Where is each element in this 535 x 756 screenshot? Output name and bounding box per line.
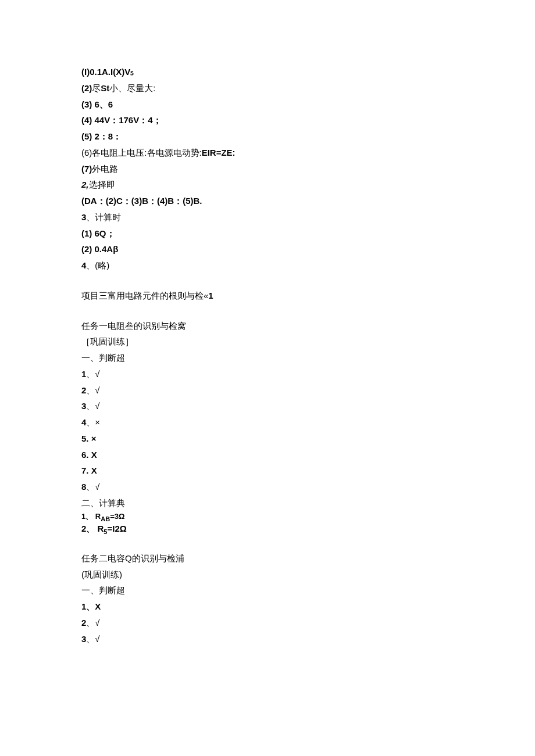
spacer-1 bbox=[81, 274, 459, 288]
judge-8-val: 、√ bbox=[86, 482, 99, 492]
calc-1: 1、 RAB=3Ω bbox=[81, 511, 459, 523]
calc-1-sub: AB bbox=[101, 515, 110, 522]
calc-2-a: 2、 R bbox=[81, 524, 104, 533]
spacer-2 bbox=[81, 304, 459, 318]
task-2-title: 任务二电容Q的识别与检浦 bbox=[81, 550, 459, 567]
judge-1: 1、√ bbox=[81, 366, 459, 382]
answer-block-1: (I)0.1A.I(X)V₅ (2)尽St小、尽量大: (3) 6、6 (4) … bbox=[81, 64, 459, 274]
line-7-prefix: (7) bbox=[81, 164, 92, 174]
line-2-t3: 小、尽量大: bbox=[109, 83, 155, 93]
line-2-t1: 尽 bbox=[92, 83, 101, 93]
judge-1-val: 、√ bbox=[86, 369, 99, 379]
line-7: (7)外电路 bbox=[81, 161, 459, 177]
judge-4-val: 、× bbox=[86, 417, 100, 427]
judge-5: 5. × bbox=[81, 431, 459, 447]
task-2-subtitle: (巩固训练) bbox=[81, 567, 459, 583]
task-1-heading-calc: 二、计算典 bbox=[81, 495, 459, 511]
judge-2-val: 、√ bbox=[86, 385, 99, 395]
judge-8: 8、√ bbox=[81, 479, 459, 495]
project-3-title-b: 1 bbox=[208, 291, 213, 300]
judge-6: 6. X bbox=[81, 447, 459, 463]
task-1-block: 任务一电阻叁的识别与检窝 ［巩固训练］ 一、判断超 1、√ 2、√ 3、√ 4、… bbox=[81, 318, 459, 536]
line-3: (3) 6、6 bbox=[81, 96, 459, 113]
judge2-1-val: 、X bbox=[86, 601, 101, 611]
line-12: (2) 0.4Aβ bbox=[81, 241, 459, 257]
line-6-eq: EIR=ZE: bbox=[202, 148, 236, 157]
line-7-text: 外电路 bbox=[92, 164, 118, 174]
judge-3-val: 、√ bbox=[86, 401, 99, 411]
line-5: (5) 2：8： bbox=[81, 128, 459, 145]
line-4: (4) 44V：176V：4； bbox=[81, 112, 459, 128]
line-6-prefix: (6) bbox=[81, 148, 92, 157]
line-10-text: 、计算时 bbox=[86, 212, 121, 222]
line-8-text: 选择即 bbox=[89, 180, 115, 189]
line-6: (6)各电阻上电压:各电源电动势:EIR=ZE: bbox=[81, 145, 459, 161]
line-8: 2,选择即 bbox=[81, 177, 459, 193]
task-2-heading-judge: 一、判断超 bbox=[81, 582, 459, 599]
calc-2: 2、 R5=I2Ω bbox=[81, 523, 459, 536]
task-1-subtitle: ［巩固训练］ bbox=[81, 334, 459, 350]
calc-1-b: =3Ω bbox=[110, 512, 124, 521]
task-2-block: 任务二电容Q的识别与检浦 (巩固训练) 一、判断超 1、X 2、√ 3、√ bbox=[81, 550, 459, 647]
judge2-2: 2、√ bbox=[81, 615, 459, 631]
judge-4: 4、× bbox=[81, 414, 459, 431]
line-10: 3、计算时 bbox=[81, 209, 459, 225]
judge-7: 7. X bbox=[81, 463, 459, 479]
line-2-t2: St bbox=[101, 83, 109, 93]
project-3-heading: 项目三富用电路元件的根则与检«1 bbox=[81, 288, 459, 304]
line-13: 4、(略) bbox=[81, 257, 459, 274]
task-1-heading-judge: 一、判断超 bbox=[81, 350, 459, 366]
judge2-3-val: 、√ bbox=[86, 634, 99, 644]
spacer-3 bbox=[81, 536, 459, 550]
line-2-prefix: (2) bbox=[81, 83, 92, 93]
project-3-title: 项目三富用电路元件的根则与检«1 bbox=[81, 288, 459, 304]
judge-3: 3、√ bbox=[81, 398, 459, 414]
judge2-3: 3、√ bbox=[81, 631, 459, 647]
judge-2: 2、√ bbox=[81, 382, 459, 399]
line-13-text: 、(略) bbox=[86, 260, 109, 270]
calc-1-a: 1、 R bbox=[81, 512, 101, 521]
line-2: (2)尽St小、尽量大: bbox=[81, 80, 459, 96]
judge2-2-val: 、√ bbox=[86, 618, 99, 628]
task-1-title: 任务一电阻叁的识别与检窝 bbox=[81, 318, 459, 334]
project-3-title-a: 项目三富用电路元件的根则与检« bbox=[81, 291, 208, 300]
line-1: (I)0.1A.I(X)V₅ bbox=[81, 64, 459, 80]
line-6-mid: 各电阻上电压:各电源电动势: bbox=[92, 148, 201, 157]
line-8-prefix: 2, bbox=[81, 180, 89, 189]
line-9: (DA：(2)C：(3)B：(4)B：(5)B. bbox=[81, 193, 459, 209]
calc-2-b: =I2Ω bbox=[107, 524, 126, 533]
line-11: (1) 6Q； bbox=[81, 225, 459, 242]
judge2-1: 1、X bbox=[81, 599, 459, 615]
